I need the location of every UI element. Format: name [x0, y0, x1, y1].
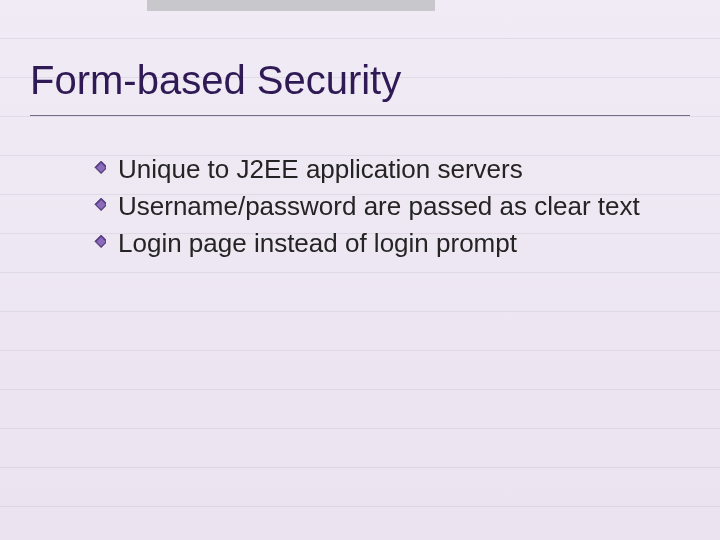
diamond-bullet-icon [92, 198, 106, 212]
slide-title: Form-based Security [30, 58, 690, 113]
list-item: Unique to J2EE application servers [92, 152, 650, 187]
bullet-text: Username/password are passed as clear te… [118, 191, 640, 221]
list-item: Login page instead of login prompt [92, 226, 650, 261]
bullet-list: Unique to J2EE application servers Usern… [30, 152, 690, 261]
bullet-text: Login page instead of login prompt [118, 228, 517, 258]
bullet-text: Unique to J2EE application servers [118, 154, 523, 184]
slide-body: Form-based Security Unique to J2EE appli… [0, 0, 720, 261]
list-item: Username/password are passed as clear te… [92, 189, 650, 224]
diamond-bullet-icon [92, 161, 106, 175]
top-accent-bar [147, 0, 435, 11]
title-underline [30, 115, 690, 116]
diamond-bullet-icon [92, 235, 106, 249]
